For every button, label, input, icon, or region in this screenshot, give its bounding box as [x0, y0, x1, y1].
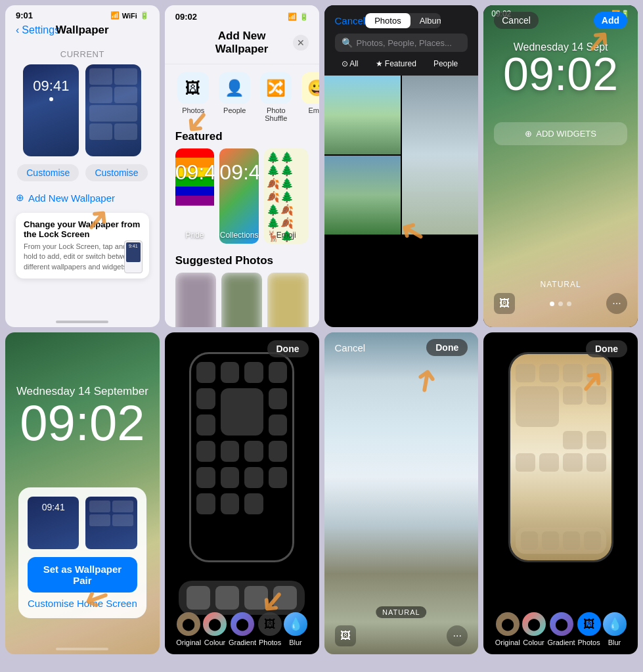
option8-colour[interactable]: ⬤ Colour [522, 612, 546, 646]
back-button[interactable]: ‹ Settings [16, 24, 60, 36]
photos-cancel-btn[interactable]: Cancel [335, 15, 366, 26]
option-gradient[interactable]: ⬤ Gradient [229, 612, 256, 646]
ls-header: Cancel Add [483, 5, 638, 35]
option-photos[interactable]: 🖼 Photos [258, 612, 282, 646]
option-blur[interactable]: 💧 Blur [284, 612, 307, 646]
option8-original[interactable]: ⬤ Original [495, 612, 520, 646]
gradient-label: Gradient [229, 638, 256, 646]
home-apps-overlay [516, 364, 606, 476]
ls-photos-icon[interactable]: 🖼 [494, 293, 515, 314]
tooltip-title: Change your Wallpaper from the Lock Scre… [24, 219, 141, 239]
card7-more-btn[interactable]: ··· [447, 625, 468, 646]
option8-gradient[interactable]: ⬤ Gradient [547, 612, 575, 646]
type-photo-shuffle[interactable]: 🔀 Photo Shuffle [258, 72, 294, 122]
photo-thumb-1[interactable] [324, 76, 401, 154]
add-circle-icon: ⊕ [16, 192, 24, 204]
featured-emoji[interactable]: 🌲🌲🌲🌲 🍂🌲🍂🌲 🌲🍂🌲🍂 🦌🌲🦌🌲 Emoji [264, 148, 309, 244]
people-icon: 👤 [219, 72, 250, 104]
dot-2 [558, 302, 563, 306]
shuffle-icon: 🔀 [260, 72, 292, 104]
type-emoji[interactable]: 😀 Emoji [299, 72, 319, 122]
photos-option-icon: 🖼 [258, 612, 282, 636]
card6-done-btn[interactable]: Done [267, 340, 309, 357]
dot-3 [567, 302, 571, 306]
status-time: 9:01 [16, 11, 33, 20]
bottom-options-6: ⬤ Original ⬤ Colour ⬤ Gradient 🖼 Photos … [165, 612, 319, 646]
dock-icon-2 [215, 586, 239, 610]
lockscreen-bg: 09:02 📶🔋 Cancel Add Wednesday 14 Sept 09… [483, 5, 638, 327]
pair-lock-screen: 09:41 [28, 497, 79, 549]
home-apps-grid [196, 362, 287, 514]
pride-label: Pride [175, 231, 215, 240]
screen-home-photo-wallpaper: Done [483, 332, 638, 654]
home-screen-preview[interactable] [85, 64, 141, 156]
emoji-icon: 😀 [301, 72, 319, 104]
collections-label: Collections [219, 231, 259, 240]
screen-wallpaper-settings: 9:01 📶WiFi🔋 ‹ Settings Wallpaper CURRENT… [5, 5, 160, 327]
emoji-label: Emoji [264, 231, 309, 240]
customize-home-btn[interactable]: Customise [85, 164, 147, 181]
option-colour[interactable]: ⬤ Colour [203, 612, 227, 646]
photos-icon: 🖼 [177, 72, 209, 104]
status-bar-2: 09:02 📶🔋 [165, 5, 319, 22]
type-photos[interactable]: 🖼 Photos [175, 72, 211, 122]
suggested-3[interactable] [267, 273, 308, 327]
wallpaper-pair-popup: 09:41 Set as Wallpaper Pair Customise Ho… [18, 487, 146, 618]
add-wallpaper-btn[interactable]: ⊕ Add New Wallpaper [16, 189, 149, 206]
tab-albums[interactable]: Albums [410, 13, 441, 28]
back-label: Settings [22, 24, 60, 36]
filter-all[interactable]: ⊙ All [335, 57, 365, 70]
option-original[interactable]: ⬤ Original [176, 612, 201, 646]
filter-people[interactable]: People [427, 57, 464, 70]
ls-bottom-bar: 🖼 ··· [483, 293, 638, 314]
screen-lockscreen-preview: 09:02 📶🔋 Cancel Add Wednesday 14 Sept 09… [483, 5, 638, 327]
scroll-indicator-5 [56, 648, 108, 650]
tooltip-text: From your Lock Screen, tap and hold to a… [24, 242, 141, 272]
card8-done-btn[interactable]: Done [586, 340, 627, 357]
type-people[interactable]: 👤 People [217, 72, 253, 122]
lock-screen-preview[interactable]: 09:41 [23, 64, 79, 156]
pair-home-screen [85, 497, 137, 549]
photo-thumb-waterfall[interactable] [402, 76, 478, 235]
customize-buttons: Customise Customise [16, 164, 149, 181]
suggested-section: Suggested Photos [165, 249, 319, 327]
original8-icon: ⬤ [496, 612, 520, 636]
arrow-indicator-7: ➜ [408, 365, 443, 397]
option8-photos[interactable]: 🖼 Photos [577, 612, 601, 646]
ls-add-widgets-btn[interactable]: ⊕ ADD WIDGETS [494, 122, 627, 145]
ls-add-btn[interactable]: Add [594, 12, 627, 29]
ls-time-display: 09:02 [483, 51, 638, 97]
card7-cancel-btn[interactable]: Cancel [335, 342, 366, 353]
phone-outline2 [508, 352, 613, 562]
add-wallpaper-label: Add New Wallpaper [28, 192, 115, 204]
suggested-2[interactable] [221, 273, 262, 327]
featured-grid: 09:41 Pride 09:41 Collections 🌲🌲🌲🌲 🍂🌲🍂🌲 [175, 148, 309, 244]
customize-home-link[interactable]: Customise Home Screen [28, 598, 137, 609]
search-bar[interactable]: 🔍 Photos, People, Places... [335, 34, 468, 52]
screen-lockscreen-full: Wednesday 14 September 09:02 09:41 Set a… [5, 332, 160, 654]
scroll-indicator [56, 321, 108, 323]
customize-lock-btn[interactable]: Customise [17, 164, 79, 181]
featured-collections[interactable]: 09:41 Collections [219, 148, 259, 244]
modal-close-btn[interactable]: ✕ [293, 35, 309, 51]
tab-photos[interactable]: Photos [365, 13, 410, 28]
overlay-dock [516, 527, 606, 554]
ls-more-btn[interactable]: ··· [606, 293, 627, 314]
widgets-label: ADD WIDGETS [536, 129, 596, 139]
phone-bg-photo [510, 354, 611, 560]
card7-photos-icon[interactable]: 🖼 [335, 625, 356, 646]
filter-featured[interactable]: ★ Featured [369, 57, 423, 70]
card7-done-btn[interactable]: Done [426, 339, 468, 356]
ls-cancel-btn[interactable]: Cancel [494, 12, 539, 29]
featured-title: Featured [175, 130, 309, 143]
suggested-1[interactable] [175, 273, 216, 327]
page-title: Wallpaper [56, 24, 109, 37]
set-pair-btn[interactable]: Set as Wallpaper Pair [28, 557, 137, 593]
photo-thumb-2[interactable] [324, 156, 401, 235]
dock-icon-3 [244, 586, 268, 610]
option8-blur[interactable]: 💧 Blur [603, 612, 627, 646]
natural-label: NATURAL [483, 280, 638, 289]
gradient8-icon: ⬤ [550, 612, 573, 636]
featured-pride[interactable]: 09:41 Pride [175, 148, 215, 244]
gradient-icon: ⬤ [231, 612, 254, 636]
